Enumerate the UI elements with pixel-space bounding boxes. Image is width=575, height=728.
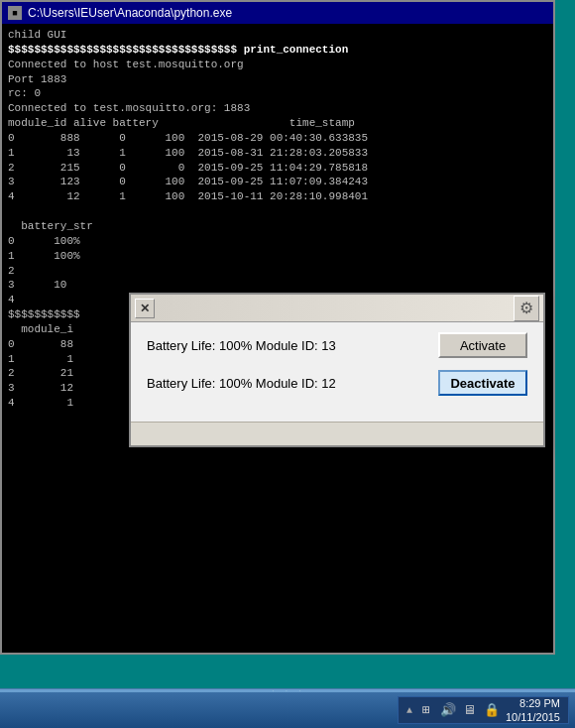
deactivate-button[interactable]: Deactivate (438, 370, 527, 396)
terminal-line: 3 10 (8, 278, 547, 293)
terminal-icon: ■ (8, 6, 22, 20)
terminal-line: Connected to test.mosquitto.org: 1883 (8, 101, 547, 116)
dialog-row-2-text: Battery Life: 100% Module ID: 12 (147, 376, 430, 391)
terminal-line: child GUI (8, 28, 547, 43)
terminal-line: $$$$$$$$$$$$$$$$$$$$$$$$$$$$$$$$$$$ prin… (8, 43, 547, 58)
terminal-line: Port 1883 (8, 72, 547, 87)
terminal-title: C:\Users\IEUser\Anaconda\python.exe (28, 6, 232, 20)
taskbar-tray: ▲ ⊞ 🔊 🖥 🔒 8:29 PM 10/11/2015 (398, 696, 569, 724)
terminal-titlebar: ■ C:\Users\IEUser\Anaconda\python.exe (2, 2, 553, 24)
terminal-line: 3 123 0 100 2015-09-25 11:07:09.384243 (8, 175, 547, 189)
terminal-line (8, 204, 547, 219)
dialog-titlebar: ✕ ⚙ (131, 295, 543, 322)
terminal-line: Connected to host test.mosquitto.org (8, 58, 547, 72)
terminal-line: rc: 0 (8, 86, 547, 101)
dialog-footer (131, 422, 543, 445)
terminal-line: module_id alive battery time_stamp (8, 116, 547, 131)
terminal-line: 2 215 0 0 2015-09-25 11:04:29.785818 (8, 161, 547, 176)
terminal-line: battery_str (8, 219, 547, 234)
dialog-row-1-text: Battery Life: 100% Module ID: 13 (147, 338, 430, 353)
terminal-line: 0 888 0 100 2015-08-29 00:40:30.633835 (8, 131, 547, 146)
terminal-line: 2 (8, 264, 547, 279)
taskbar-display-icon: 🖥 (462, 702, 478, 718)
dialog-window: ✕ ⚙ Battery Life: 100% Module ID: 13 Act… (129, 293, 545, 447)
dialog-body: Battery Life: 100% Module ID: 13 Activat… (131, 322, 543, 422)
terminal-line: 1 13 1 100 2015-08-31 21:28:03.205833 (8, 146, 547, 161)
taskbar-network-icon: ⊞ (418, 702, 434, 718)
taskbar-volume-icon: 🔊 (440, 702, 456, 718)
terminal-line: 4 12 1 100 2015-10-11 20:28:10.998401 (8, 189, 547, 204)
dialog-row-2: Battery Life: 100% Module ID: 12 Deactiv… (147, 370, 527, 396)
dialog-gear-button[interactable]: ⚙ (514, 296, 539, 321)
taskbar-arrow-icon[interactable]: ▲ (406, 705, 412, 716)
taskbar-date-value: 10/11/2015 (506, 710, 560, 724)
activate-button[interactable]: Activate (438, 332, 527, 358)
terminal-line: 0 100% (8, 234, 547, 249)
taskbar: ▲ ⊞ 🔊 🖥 🔒 8:29 PM 10/11/2015 (0, 692, 575, 728)
taskbar-security-icon: 🔒 (484, 702, 500, 718)
terminal-line: 1 100% (8, 249, 547, 264)
taskbar-time-value: 8:29 PM (506, 696, 560, 710)
dialog-close-button[interactable]: ✕ (135, 299, 155, 318)
taskbar-datetime: 8:29 PM 10/11/2015 (506, 696, 560, 725)
dialog-row-1: Battery Life: 100% Module ID: 13 Activat… (147, 332, 527, 358)
